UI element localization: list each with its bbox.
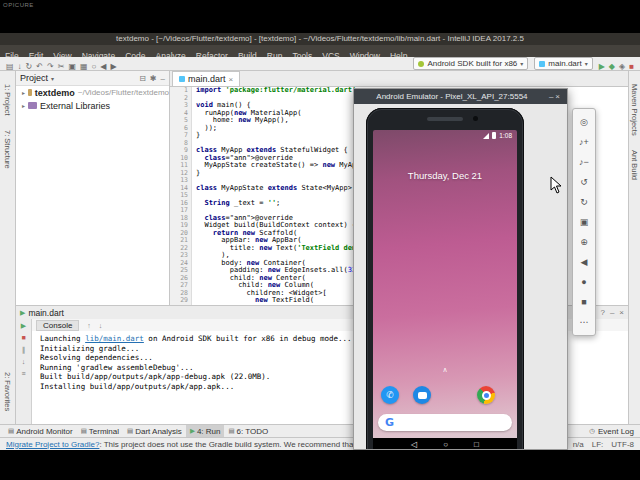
soft-wrap-icon[interactable]: ≡ bbox=[21, 370, 25, 377]
project-item-label: External Libraries bbox=[40, 101, 110, 111]
menu-build[interactable]: Build bbox=[233, 50, 262, 57]
rerun-icon[interactable]: ▶ bbox=[21, 322, 26, 329]
minimize-icon[interactable]: – bbox=[610, 308, 614, 317]
console-file-link[interactable]: lib/main.dart bbox=[85, 334, 144, 343]
close-icon[interactable]: × bbox=[554, 92, 561, 101]
console-tab[interactable]: Console bbox=[36, 320, 79, 331]
settings-icon[interactable]: ✱ bbox=[150, 74, 157, 83]
copy-icon[interactable]: ▣ bbox=[66, 62, 78, 71]
rotate-right-icon[interactable]: ↻ bbox=[575, 192, 593, 212]
help-icon[interactable]: ? bbox=[600, 308, 604, 317]
chrome-app-icon[interactable] bbox=[477, 386, 495, 404]
paste-icon[interactable]: ▦ bbox=[78, 62, 90, 71]
cut-icon[interactable]: ✂ bbox=[56, 62, 67, 71]
volume-down-icon[interactable]: ♪− bbox=[575, 152, 593, 172]
google-search-bar[interactable]: G bbox=[378, 414, 512, 431]
menu-help[interactable]: Help bbox=[385, 50, 412, 57]
editor-tab-main-dart[interactable]: main.dart × bbox=[172, 71, 240, 86]
line-number: 3 bbox=[170, 102, 192, 110]
toolwindow-terminal[interactable]: ▤Terminal bbox=[77, 425, 123, 437]
messages-app-icon[interactable] bbox=[413, 386, 431, 404]
code-text: } bbox=[192, 170, 200, 178]
menu-run[interactable]: Run bbox=[262, 50, 288, 57]
menu-analyze[interactable]: Analyze bbox=[151, 50, 191, 57]
sync-icon[interactable]: ↻ bbox=[24, 62, 35, 71]
run-tab[interactable]: ▶ main.dart bbox=[20, 308, 64, 318]
dart-analysis-icon: ▤ bbox=[127, 427, 133, 435]
terminal-icon: ▤ bbox=[81, 427, 87, 435]
stop-button[interactable]: ■ bbox=[627, 62, 636, 71]
console-text: on Android SDK built for x86 in debug mo… bbox=[144, 334, 352, 343]
menu-refactor[interactable]: Refactor bbox=[191, 50, 233, 57]
home-icon[interactable]: ● bbox=[575, 272, 593, 292]
home-nav-icon[interactable]: ○ bbox=[443, 441, 448, 449]
phone-screen[interactable]: 1:08 Thursday, Dec 21 ∧ ✆ G ◁○□ bbox=[373, 130, 517, 449]
project-panel-title: Project bbox=[20, 73, 48, 83]
menu-vcs[interactable]: VCS bbox=[317, 50, 344, 57]
clock-icon: ◷ bbox=[589, 427, 595, 435]
scroll-down-icon[interactable]: ↓ bbox=[99, 322, 103, 329]
tool-strip-7-structure[interactable]: 7: Structure bbox=[3, 130, 12, 169]
menu-window[interactable]: Window bbox=[345, 50, 385, 57]
project-item-textdemo[interactable]: ▸textdemo~/Videos/Flutter/textdemo bbox=[16, 86, 169, 99]
project-item-path: ~/Videos/Flutter/textdemo bbox=[78, 88, 169, 97]
device-selector[interactable]: Android SDK built for x86 ▾ bbox=[413, 57, 528, 70]
editor-tab-label: main.dart bbox=[188, 74, 226, 84]
tool-strip-2-favorites[interactable]: 2: Favorites bbox=[3, 372, 12, 411]
run-toolbar: ▶■∥↓≡ bbox=[16, 319, 32, 424]
project-item-external-libraries[interactable]: ▸External Libraries bbox=[16, 99, 169, 112]
back-icon[interactable]: ◀ bbox=[98, 62, 108, 71]
overview-nav-icon[interactable]: □ bbox=[474, 441, 479, 449]
phone-app-icon[interactable]: ✆ bbox=[381, 386, 399, 404]
scroll-up-icon[interactable]: ↑ bbox=[87, 322, 91, 329]
collapse-all-icon[interactable]: ⊟ bbox=[139, 74, 146, 83]
volume-up-icon[interactable]: ♪+ bbox=[575, 132, 593, 152]
power-icon[interactable]: ◎ bbox=[575, 112, 593, 132]
save-all-icon[interactable]: ↓ bbox=[16, 62, 24, 71]
toolwindow-dart-analysis[interactable]: ▤Dart Analysis bbox=[123, 425, 186, 437]
debug-button[interactable]: ◆ bbox=[607, 62, 617, 71]
emulator-title-bar[interactable]: Android Emulator - Pixel_XL_API_27:5554 … bbox=[354, 89, 567, 104]
scroll-end-icon[interactable]: ↓ bbox=[22, 358, 26, 365]
close-icon[interactable]: × bbox=[619, 308, 624, 317]
menu-code[interactable]: Code bbox=[120, 50, 150, 57]
toolbar-left-icons: ▤↓↻↶↷✂▣▦○◀▶ bbox=[4, 55, 119, 73]
left-strip-top: 1: Project7: Structure bbox=[3, 77, 12, 175]
redo-icon[interactable]: ↷ bbox=[45, 62, 56, 71]
tool-strip-maven-projects[interactable]: Maven Projects bbox=[630, 84, 639, 136]
run-button[interactable]: ▶ bbox=[597, 62, 607, 71]
project-panel-header[interactable]: Project ▾ ⊟✱– bbox=[16, 71, 169, 86]
migrate-gradle-link[interactable]: Migrate Project to Gradle? bbox=[6, 440, 99, 449]
hide-icon[interactable]: – bbox=[161, 74, 165, 83]
stop-icon[interactable]: ■ bbox=[21, 334, 25, 341]
swipe-up-caret: ∧ bbox=[373, 366, 517, 374]
toolwindow-4-run[interactable]: ▶4: Run bbox=[186, 425, 225, 437]
more-icon[interactable]: ⋯ bbox=[575, 312, 593, 332]
line-number: 1 bbox=[170, 87, 192, 95]
open-icon[interactable]: ▤ bbox=[4, 62, 16, 71]
toolwindow-label: 4: Run bbox=[197, 427, 221, 436]
event-log-button[interactable]: ◷ Event Log bbox=[589, 427, 636, 436]
run-config-selector[interactable]: main.dart ▾ bbox=[534, 57, 592, 70]
undo-icon[interactable]: ↶ bbox=[34, 62, 45, 71]
forward-icon[interactable]: ▶ bbox=[109, 62, 119, 71]
back-icon[interactable]: ◀ bbox=[575, 252, 593, 272]
overview-icon[interactable]: ■ bbox=[575, 292, 593, 312]
tool-strip-1-project[interactable]: 1: Project bbox=[3, 84, 12, 116]
screenshot-icon[interactable]: ▣ bbox=[575, 212, 593, 232]
back-nav-icon[interactable]: ◁ bbox=[411, 441, 417, 449]
toolwindow-label: Android Monitor bbox=[16, 427, 72, 436]
tab-close-icon[interactable]: × bbox=[229, 75, 234, 84]
line-number: 2 bbox=[170, 95, 192, 103]
phone-camera bbox=[473, 116, 478, 121]
chevron-right-icon: ▸ bbox=[22, 102, 25, 109]
pause-icon[interactable]: ∥ bbox=[22, 346, 26, 353]
emulator-window: Android Emulator - Pixel_XL_API_27:5554 … bbox=[353, 88, 568, 450]
toolwindow-android-monitor[interactable]: ▤Android Monitor bbox=[4, 425, 77, 437]
coverage-button[interactable]: ◈ bbox=[617, 62, 627, 71]
zoom-icon[interactable]: ⊕ bbox=[575, 232, 593, 252]
tool-strip-ant-build[interactable]: Ant Build bbox=[630, 150, 639, 180]
toolwindow-6-todo[interactable]: ▤6: TODO bbox=[224, 425, 272, 437]
rotate-left-icon[interactable]: ↺ bbox=[575, 172, 593, 192]
menu-tools[interactable]: Tools bbox=[287, 50, 317, 57]
